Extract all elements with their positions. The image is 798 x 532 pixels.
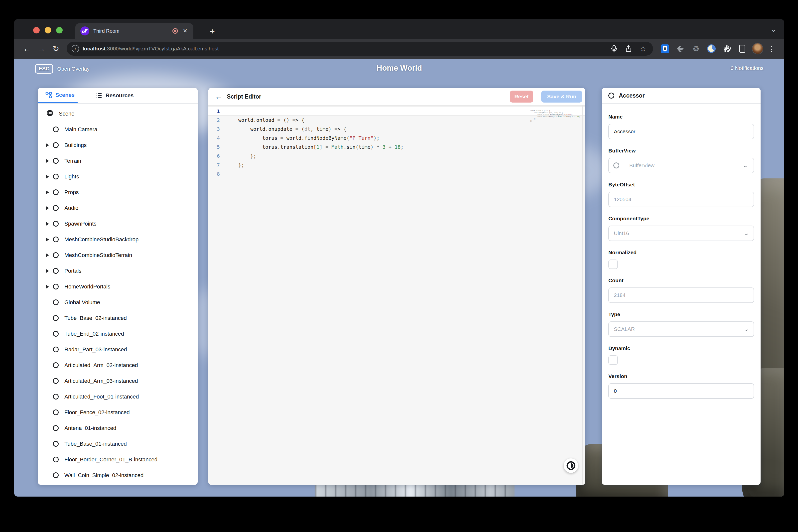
code-text: world.onload = () => {	[238, 116, 304, 125]
browser-menu-icon[interactable]: ⋮	[765, 44, 778, 53]
field-label: Count	[608, 278, 754, 283]
expand-arrow-icon[interactable]	[46, 222, 49, 226]
world-viewport[interactable]: ESC Open Overlay Home World 0 Notificati…	[14, 59, 784, 497]
recycle-icon[interactable]: ♻	[690, 43, 701, 54]
tree-item[interactable]: Tube_Base_02-instanced	[38, 310, 197, 326]
save-and-run-button[interactable]: Save & Run	[541, 91, 582, 102]
tree-item[interactable]: Articulated_Arm_02-instanced	[38, 357, 197, 373]
expand-arrow-icon[interactable]	[46, 206, 49, 210]
accessor-header: Accessor	[602, 88, 761, 104]
tree-item[interactable]: Terrain	[38, 153, 197, 169]
expand-arrow-icon[interactable]	[46, 269, 49, 273]
code-text: };	[238, 160, 244, 169]
line-number: 5	[208, 142, 226, 151]
tree-item[interactable]: MeshCombineStudioTerrain	[38, 247, 197, 263]
close-window-button[interactable]	[33, 27, 40, 34]
dev-arrow-icon[interactable]	[675, 43, 686, 54]
sidebar-icon[interactable]	[737, 43, 748, 54]
expand-arrow-icon[interactable]	[46, 238, 49, 242]
tree-item[interactable]: Props	[38, 185, 197, 200]
code-line[interactable]: 5 torus.translation[1] = Math.sin(time) …	[208, 142, 585, 151]
code-line[interactable]: 2world.onload = () => {	[208, 116, 585, 125]
tree-item[interactable]: Wall_Coin_Simple_02-instanced	[38, 468, 197, 483]
tree-item[interactable]: Floor_Fence_02-instanced	[38, 404, 197, 420]
expand-arrow-icon[interactable]	[46, 253, 49, 257]
tree-item-label: Floor_Fence_02-instanced	[64, 409, 130, 416]
bufferview-reference-select[interactable]: BufferView⌄	[608, 158, 754, 173]
share-icon[interactable]	[623, 43, 634, 54]
tree-item[interactable]: Radar_Part_03-instanced	[38, 342, 197, 357]
password-manager-icon[interactable]	[660, 43, 670, 54]
name-input[interactable]: Accessor	[608, 124, 754, 139]
expand-arrow-icon[interactable]	[46, 285, 49, 289]
tree-item[interactable]: Tube_End_02-instanced	[38, 326, 197, 342]
tree-item-label: HomeWorldPortals	[64, 283, 110, 290]
tab-scenes[interactable]: Scenes	[38, 88, 78, 103]
code-line[interactable]: 3 world.onupdate = (dt, time) => {	[208, 125, 585, 133]
tree-item[interactable]: Articulated_Arm_03-instanced	[38, 373, 197, 389]
address-bar[interactable]: i localhost:3000/world/!vjrzmTVOcyIsLgaA…	[66, 42, 653, 56]
url-text[interactable]: localhost:3000/world/!vjrzmTVOcyIsLgaAkA…	[82, 46, 605, 52]
forward-button[interactable]: →	[35, 42, 48, 55]
byteoffset-input[interactable]: 120504	[608, 192, 754, 207]
tree-item[interactable]: Global Volume	[38, 294, 197, 310]
tab-search-chevron-icon[interactable]: ⌄	[771, 25, 777, 34]
tree-item-label: Articulated_Foot_01-instanced	[64, 394, 139, 400]
site-info-icon[interactable]: i	[72, 45, 79, 52]
tree-item[interactable]: Portals	[38, 263, 197, 279]
code-line[interactable]: 6 };	[208, 151, 585, 160]
back-icon[interactable]: ←	[215, 92, 222, 101]
tree-item[interactable]: Lights	[38, 169, 197, 185]
code-line[interactable]: 1	[208, 107, 585, 116]
tree-item[interactable]: Tube_Base_01-instanced	[38, 436, 197, 452]
tree-item[interactable]: Main Camera	[38, 121, 197, 137]
new-tab-button[interactable]: +	[206, 25, 218, 37]
code-line[interactable]: 4 torus = world.findNodeByName("P_Turn")…	[208, 133, 585, 142]
normalized-checkbox[interactable]	[608, 260, 618, 269]
tree-item-label: Articulated_Arm_02-instanced	[64, 362, 138, 368]
code-line[interactable]: 7};	[208, 160, 585, 169]
tree-item[interactable]: Articulated_Foot_01-instanced	[38, 389, 197, 404]
type-select[interactable]: SCALAR⌄	[608, 321, 754, 337]
expand-arrow-icon[interactable]	[46, 159, 49, 163]
fullscreen-window-button[interactable]	[56, 27, 63, 34]
puzzle-icon[interactable]	[721, 43, 733, 54]
profile-avatar[interactable]	[752, 43, 763, 54]
minimize-window-button[interactable]	[45, 27, 51, 34]
expand-arrow-icon[interactable]	[46, 175, 49, 179]
night-mode-icon[interactable]	[706, 43, 717, 54]
code-minimap[interactable]: world.onload = () => { world.onupdate = …	[530, 108, 573, 124]
expand-arrow-icon[interactable]	[46, 190, 49, 194]
tree-item[interactable]: Buildings	[38, 137, 197, 153]
microphone-icon[interactable]	[609, 43, 620, 54]
reset-button[interactable]: Reset	[510, 91, 533, 102]
editor-top-rule	[208, 105, 585, 106]
tree-item-scene-root[interactable]: Scene	[38, 106, 197, 121]
tab-resources[interactable]: Resources	[88, 88, 137, 103]
expand-arrow-icon[interactable]	[46, 143, 49, 147]
dynamic-checkbox[interactable]	[608, 355, 618, 365]
count-input[interactable]: 2184	[608, 287, 754, 303]
list-icon	[96, 92, 102, 99]
tree-item[interactable]: SpawnPoints	[38, 216, 197, 232]
componenttype-select[interactable]: Uint16⌄	[608, 226, 754, 241]
code-editor[interactable]: 12world.onload = () => {3 world.onupdate…	[208, 105, 585, 485]
code-lines[interactable]: 12world.onload = () => {3 world.onupdate…	[208, 105, 585, 178]
line-number: 4	[208, 133, 226, 142]
version-input[interactable]: 0	[608, 383, 754, 399]
reload-button[interactable]: ↻	[50, 42, 62, 55]
tree-item[interactable]: MeshCombineStudioBackdrop	[38, 232, 197, 247]
indent-guide	[245, 125, 245, 160]
back-button[interactable]: ←	[21, 42, 33, 55]
tree-item[interactable]: HomeWorldPortals	[38, 279, 197, 294]
code-line[interactable]: 8	[208, 169, 585, 178]
browser-tab-third-room[interactable]: Third Room ✕	[75, 23, 193, 39]
tree-item-label: Buildings	[64, 142, 87, 149]
browser-window: Third Room ✕ + ⌄ ← → ↻ i localhost:3000/…	[14, 19, 784, 497]
tab-close-icon[interactable]: ✕	[182, 27, 188, 35]
theme-toggle-button[interactable]	[564, 458, 578, 473]
tree-item[interactable]: Floor_Border_Corner_01_B-instanced	[38, 452, 197, 468]
tree-item[interactable]: Audio	[38, 200, 197, 216]
tree-item[interactable]: Antena_01-instanced	[38, 420, 197, 436]
bookmark-star-icon[interactable]: ☆	[638, 43, 648, 54]
